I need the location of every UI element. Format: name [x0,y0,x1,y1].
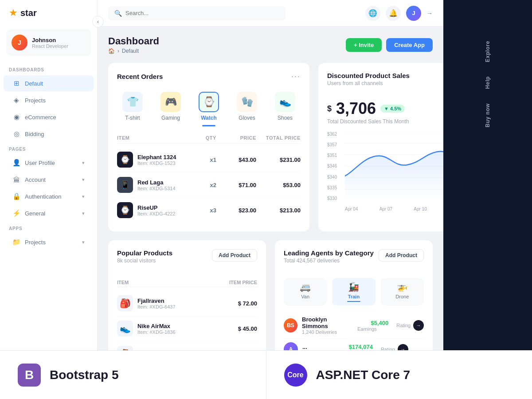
gaming-icon: 🎮 [160,92,181,112]
sidebar-item-label: eCommerce [25,114,56,121]
product-name: Nike AirMax [137,323,176,329]
agent-name: Brooklyn Simmons [302,316,353,329]
gloves-label: Gloves [239,115,255,121]
tshirt-label: T-shirt [125,115,140,121]
order-tabs: 👕 T-shirt 🎮 Gaming ⌚ Watch 🧤 [117,88,301,125]
sidebar-item-projects[interactable]: ◈ Projects [4,92,94,108]
order-total: $213.00 [256,207,301,214]
order-qty: x2 [181,182,216,188]
tab-shoes[interactable]: 👟 Shoes [270,88,301,125]
home-icon: 🏠 [108,48,115,54]
help-panel-item[interactable]: Help [481,71,494,94]
popular-products-subtitle: 8k social visitors [117,258,172,264]
product-id: Item: #XDG-6437 [137,304,176,309]
sidebar-item-general[interactable]: ⚡ General ▾ [4,205,94,221]
order-item-details: Red Laga Item: #XDG-5314 [137,179,176,191]
tab-train[interactable]: 🚂 Train [332,278,375,305]
agent-earnings: $174,074 [342,344,373,350]
popular-products-title-area: Popular Products 8k social visitors [117,249,172,271]
dashboard-grid: Recent Orders ··· 👕 T-shirt 🎮 Gaming [108,63,433,231]
sidebar-item-ecommerce[interactable]: ◉ eCommerce [4,109,94,125]
product-id: Item: #XDG-1836 [137,329,176,335]
rating-button[interactable]: → [413,320,424,331]
main-content: 🔍 🌐 🔔 J → Dashboard 🏠 › Default [98,0,443,399]
user-profile-card[interactable]: J Johnson React Developer [6,29,91,56]
discounted-sales-subtitle: Users from all channels [327,80,410,86]
aspnet-banner[interactable]: Core ASP.NET Core 7 [266,350,532,399]
agent-details: Brooklyn Simmons 1,240 Deliveries [302,316,353,335]
order-qty: x1 [181,156,216,163]
list-item: 🎒 Fjallraven Item: #XDG-6437 $ 72.00 [117,291,257,316]
explore-panel-item[interactable]: Explore [481,35,494,67]
add-product-button[interactable]: Add Product [212,249,257,262]
agent-avatar: BS [284,318,297,332]
agent-earnings-label: Earnings [357,326,388,332]
tab-underline [347,301,360,302]
sidebar-item-user-profile[interactable]: 👤 User Profile ▾ [4,155,94,171]
product-image: 👟 [117,321,133,336]
watch-icon: ⌚ [199,92,219,112]
order-total: $231.00 [256,156,301,163]
notification-icon[interactable]: 🔔 [386,6,401,21]
order-qty: x3 [181,207,216,214]
aspnet-title: ASP.NET Core 7 [316,368,411,382]
search-bar[interactable]: 🔍 [108,6,286,20]
tab-gaming[interactable]: 🎮 Gaming [155,88,186,125]
sales-currency: $ [327,104,332,113]
topbar-arrow-icon[interactable]: → [426,10,433,17]
product-details: Nike AirMax Item: #XDG-1836 [137,323,176,335]
train-label: Train [348,294,360,299]
topbar-avatar[interactable]: J [406,6,421,21]
logo-star-icon: ★ [9,7,18,19]
chart-x-label: Apr 04 [345,207,358,211]
buy-now-panel-item[interactable]: Buy now [481,98,494,133]
search-icon: 🔍 [114,10,122,17]
user-info: Johnson React Developer [32,37,68,49]
invite-button[interactable]: + Invite [346,38,382,52]
tab-van[interactable]: 🚐 Van [284,278,327,305]
sidebar-item-default[interactable]: ⊞ Default [4,75,94,91]
tab-drone[interactable]: 🚁 Drone [381,278,424,305]
general-icon: ⚡ [12,209,20,217]
van-label: Van [301,294,309,299]
sidebar-item-bidding[interactable]: ◎ Bidding [4,126,94,142]
recent-orders-menu-icon[interactable]: ··· [291,72,301,81]
popular-products-header: Popular Products 8k social visitors Add … [117,249,257,271]
tab-watch[interactable]: ⌚ Watch [193,88,224,125]
order-item-id: Item: #XDG-1523 [137,160,176,166]
sidebar-item-account[interactable]: 🏛 Account ▾ [4,172,94,188]
topbar-right: 🌐 🔔 J → [365,6,433,21]
sidebar-item-projects-app[interactable]: 📁 Projects ▾ [4,234,94,250]
tshirt-icon: 👕 [122,92,143,112]
chart-x-label: Apr 07 [379,207,392,211]
breadcrumb-separator: › [117,48,119,54]
page-header: Dashboard 🏠 › Default + Invite Create Ap… [108,35,433,54]
user-name: Johnson [32,37,68,43]
drone-label: Drone [395,294,409,299]
account-icon: 🏛 [12,176,20,184]
agent-category-tabs: 🚐 Van 🚂 Train 🚁 Drone [284,278,424,305]
tab-tshirt[interactable]: 👕 T-shirt [117,88,148,125]
sidebar-toggle-button[interactable]: ‹ [92,16,104,27]
sidebar-item-authentication[interactable]: 🔒 Authentication ▾ [4,188,94,204]
product-price: $ 72.00 [213,300,257,307]
sidebar-item-label: Projects [25,97,46,104]
recent-orders-header: Recent Orders ··· [117,72,301,81]
bootstrap-banner[interactable]: B Bootstrap 5 [0,350,266,399]
tab-gloves[interactable]: 🧤 Gloves [231,88,262,125]
page-title: Dashboard [108,35,159,47]
bootstrap-logo: B [18,364,41,387]
chevron-down-icon: ▾ [82,239,85,245]
create-app-button[interactable]: Create App [386,38,433,52]
globe-icon[interactable]: 🌐 [365,6,380,21]
user-icon: 👤 [12,159,20,167]
search-input[interactable] [125,10,279,16]
gloves-icon: 🧤 [237,92,257,112]
chart-y-labels: $362 $357 $351 $346 $340 $335 $330 [327,132,337,201]
order-table-header: ITEM QTY PRICE TOTAL PRICE [117,133,301,144]
order-price: $43.00 [216,156,256,163]
add-agent-button[interactable]: Add Product [379,249,424,262]
train-icon: 🚂 [348,282,359,292]
chart-x-labels: Apr 04 Apr 07 Apr 10 Apr 13 Apr 18 [345,207,443,211]
sidebar-item-label: General [25,210,45,217]
